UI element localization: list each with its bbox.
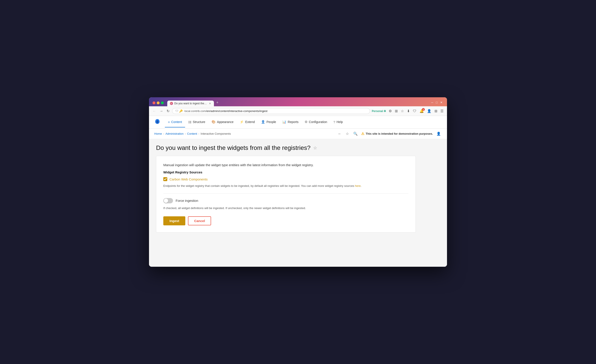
breadcrumb-bar: Home › Administration › Content › Intera… (149, 128, 447, 139)
close-button[interactable] (153, 101, 155, 104)
breadcrumb-actions: ← ☆ 🔍 ⚠ This site is intended for demons… (337, 131, 442, 137)
window-restore-btn[interactable]: □ (435, 100, 439, 105)
nav-people-label: People (267, 120, 276, 124)
forward-button[interactable]: → (159, 108, 164, 114)
card-description: Manual ingestion will update the widget … (163, 163, 409, 167)
nav-content[interactable]: ≡ Content (165, 117, 185, 127)
notification-icon-btn[interactable]: 🔔 1 (419, 108, 425, 114)
appearance-icon: 🎨 (211, 120, 216, 124)
nav-people[interactable]: 👤 People (258, 117, 279, 127)
force-ingestion-label: Force ingestion (176, 199, 198, 202)
account-icon-btn[interactable]: 👤 (426, 108, 432, 114)
nav-appearance[interactable]: 🎨 Appearance (209, 117, 237, 127)
bookmark-icon-btn[interactable]: ☆ (400, 108, 405, 114)
configuration-icon: ⚙ (305, 120, 307, 124)
toggle-row: Force ingestion (163, 198, 409, 203)
tab-title: Do you want to ingest the wic (174, 102, 207, 105)
apps-icon-btn[interactable]: ⊞ (394, 108, 399, 114)
breadcrumb-search-btn[interactable]: 🔍 (352, 131, 358, 137)
nav-appearance-label: Appearance (217, 120, 234, 124)
demo-warning-text: This site is intended for demonstration … (365, 132, 433, 135)
section-divider (163, 193, 409, 194)
nav-configuration[interactable]: ⚙ Configuration (302, 117, 330, 127)
carbon-web-label[interactable]: Carbon Web Components (170, 177, 208, 181)
breadcrumb-current: Interactive Components (201, 132, 231, 135)
breadcrumb-back-btn[interactable]: ← (337, 131, 342, 137)
nav-configuration-label: Configuration (309, 120, 327, 124)
window-minimize-btn[interactable]: ─ (430, 100, 434, 105)
nav-help[interactable]: ? Help (330, 117, 346, 127)
force-ingestion-toggle[interactable] (163, 198, 173, 203)
nav-extend-label: Extend (245, 120, 255, 124)
toggle-description: If checked, all widget definitions will … (163, 206, 409, 210)
people-icon: 👤 (261, 120, 265, 124)
registry-sources-title: Widget Registry Sources (163, 170, 409, 174)
maximize-button[interactable] (161, 101, 164, 104)
breadcrumb-sep-2: › (185, 132, 186, 135)
shield-toolbar-icon-btn[interactable]: 🛡 (412, 108, 417, 114)
browser-content-area: Do you want to ingest the widgets from a… (149, 139, 447, 267)
address-url: local.contrib.com/en/admin/content/inter… (184, 109, 367, 113)
extensions-icon-btn[interactable]: ⊞ (433, 108, 438, 114)
minimize-button[interactable] (157, 101, 160, 104)
svg-rect-1 (189, 121, 191, 121)
here-link[interactable]: here (355, 184, 361, 187)
svg-rect-5 (189, 123, 191, 123)
demo-warning: ⚠ This site is intended for demonstratio… (361, 132, 433, 136)
toolbar-actions: ⚙ ⊞ ☆ ⬇ 🛡 🔔 1 👤 ⊞ ☰ (388, 108, 444, 114)
toggle-thumb (164, 199, 168, 203)
carbon-web-checkbox[interactable] (163, 177, 167, 181)
tabs-bar: C Do you want to ingest the wic × + (167, 99, 429, 106)
tab-close-button[interactable]: × (209, 102, 211, 105)
tab-favicon: C (170, 102, 173, 105)
browser-window: C Do you want to ingest the wic × + ─ □ … (149, 97, 447, 267)
breadcrumb: Home › Administration › Content › Intera… (154, 132, 231, 135)
breadcrumb-home[interactable]: Home (154, 132, 162, 135)
svg-rect-4 (188, 123, 189, 123)
notification-badge: 1 (422, 108, 425, 111)
help-icon: ? (333, 120, 335, 124)
more-menu-btn[interactable]: ☰ (440, 108, 444, 114)
nav-structure[interactable]: Structure (185, 117, 209, 127)
browser-titlebar: C Do you want to ingest the wic × + ─ □ … (149, 97, 447, 106)
main-content: Do you want to ingest the widgets from a… (149, 139, 447, 267)
breadcrumb-sep-3: › (199, 132, 199, 135)
checkmark-icon (164, 178, 167, 180)
svg-rect-0 (188, 121, 189, 121)
cms-navigation: ≡ Content Structure 🎨 Appearance ⚡ (149, 116, 447, 128)
breadcrumb-star-btn[interactable]: ☆ (345, 131, 350, 137)
new-tab-button[interactable]: + (214, 99, 220, 106)
key-icon: 🔑 (179, 109, 183, 113)
refresh-button[interactable]: ↻ (166, 108, 170, 114)
personal-account-badge[interactable]: Personal ♻ (372, 110, 386, 113)
security-shield-icon: 🛡 (175, 109, 178, 113)
download-icon-btn[interactable]: ⬇ (406, 108, 411, 114)
back-button[interactable]: ← (152, 108, 157, 114)
breadcrumb-content[interactable]: Content (187, 132, 197, 135)
active-tab[interactable]: C Do you want to ingest the wic × (167, 101, 214, 106)
breadcrumb-administration[interactable]: Administration (165, 132, 184, 135)
ingest-button[interactable]: Ingest (163, 216, 185, 225)
nav-reports[interactable]: 📊 Reports (279, 117, 302, 127)
window-close-btn[interactable]: ✕ (439, 100, 443, 105)
nav-help-label: Help (336, 120, 343, 124)
settings-icon-btn[interactable]: ⚙ (388, 108, 393, 114)
checkbox-row: Carbon Web Components (163, 177, 409, 181)
structure-icon (188, 120, 192, 124)
nav-extend[interactable]: ⚡ Extend (237, 117, 258, 127)
svg-rect-3 (189, 122, 191, 122)
nav-reports-label: Reports (288, 120, 298, 124)
content-card: Manual ingestion will update the widget … (156, 156, 416, 233)
page-title: Do you want to ingest the widgets from a… (156, 144, 311, 151)
window-controls (153, 101, 164, 104)
address-bar[interactable]: 🛡 🔑 local.contrib.com/en/admin/content/i… (172, 108, 370, 114)
reports-icon: 📊 (282, 120, 286, 124)
cancel-button[interactable]: Cancel (188, 216, 211, 225)
browser-toolbar: ← → ↻ 🛡 🔑 local.contrib.com/en/admin/con… (149, 106, 447, 116)
page-star-button[interactable]: ☆ (313, 145, 317, 150)
nav-structure-label: Structure (193, 120, 205, 124)
nav-content-label: Content (171, 120, 182, 124)
warning-icon: ⚠ (361, 132, 364, 136)
svg-rect-2 (188, 122, 189, 122)
user-account-btn[interactable]: 👤 (436, 131, 442, 137)
